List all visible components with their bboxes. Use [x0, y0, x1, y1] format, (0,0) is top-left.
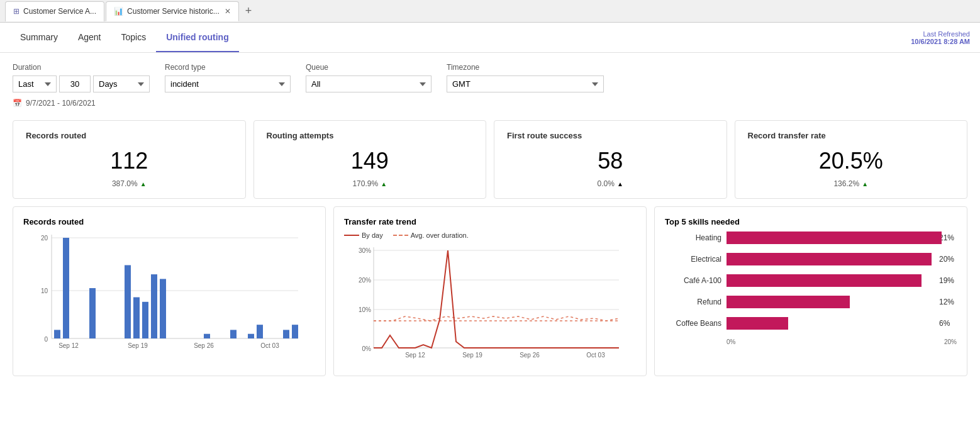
kpi-record-transfer-rate-title: Record transfer rate — [748, 131, 955, 140]
trend-chart-svg: 30% 20% 10% 0% Sep 12 — [344, 244, 636, 364]
skills-x-0: 0% — [727, 338, 735, 345]
kpi-records-routed-title: Records routed — [26, 131, 233, 140]
skill-bar-coffee-beans — [727, 317, 932, 330]
kpi-first-route-success: First route success 58 0.0% ▲ — [494, 120, 727, 199]
queue-select[interactable]: All — [306, 75, 432, 92]
svg-text:10: 10 — [41, 287, 48, 294]
kpi-routing-attempts: Routing attempts 149 170.9% ▲ — [253, 120, 487, 199]
kpi-routing-attempts-change: 170.9% — [352, 179, 378, 188]
tab-agent[interactable]: Agent — [68, 23, 111, 52]
kpi-records-routed-value: 112 — [26, 148, 233, 174]
svg-rect-11 — [89, 288, 96, 338]
calendar-icon: 📅 — [13, 99, 22, 108]
svg-rect-8 — [63, 238, 69, 338]
skills-chart-bars: Heating 21% Electrical 20% Café A-100 — [665, 232, 957, 345]
svg-text:Oct 03: Oct 03 — [586, 352, 605, 359]
svg-rect-30 — [257, 325, 263, 338]
legend-avg: Avg. over duration. — [393, 232, 469, 239]
chart-icon: 📊 — [114, 7, 123, 16]
skill-bar-heating — [727, 232, 932, 244]
tab-2-label: Customer Service historic... — [127, 7, 220, 16]
kpi-record-transfer-rate-value: 20.5% — [748, 148, 955, 174]
skill-pct-coffee-beans: 6% — [939, 319, 957, 328]
legend-dashed-label: Avg. over duration. — [411, 232, 469, 239]
skill-pct-electrical: 20% — [939, 255, 957, 264]
record-type-select[interactable]: incident — [165, 75, 291, 92]
legend-by-day: By day — [344, 232, 383, 239]
svg-text:Sep 12: Sep 12 — [58, 342, 79, 349]
skill-label-heating: Heating — [665, 233, 721, 242]
arrow-up-black-icon: ▲ — [617, 181, 623, 187]
skill-label-electrical: Electrical — [665, 255, 721, 264]
svg-text:Sep 19: Sep 19 — [128, 342, 148, 349]
app-container: Summary Agent Topics Unified routing Las… — [0, 23, 980, 424]
kpi-records-routed-footer: 387.0% ▲ — [26, 179, 233, 188]
svg-text:20%: 20% — [359, 277, 371, 284]
svg-rect-15 — [125, 265, 131, 339]
browser-tab-1[interactable]: ⊞ Customer Service A... — [5, 1, 104, 21]
skills-chart-title: Top 5 skills needed — [665, 217, 957, 226]
duration-value-input[interactable] — [59, 75, 91, 92]
transfer-rate-chart: Transfer rate trend By day Avg. over dur… — [333, 206, 647, 376]
bar-chart-area: 20 10 0 — [23, 232, 315, 357]
kpi-record-transfer-rate-footer: 136.2% ▲ — [748, 179, 955, 188]
tab-topics[interactable]: Topics — [111, 23, 157, 52]
last-refreshed-label: Last Refreshed — [911, 30, 970, 38]
kpi-record-transfer-rate-change: 136.2% — [833, 179, 859, 188]
skill-bar-cafe — [727, 274, 932, 287]
duration-label: Duration — [13, 63, 150, 72]
kpi-first-route-success-value: 58 — [507, 148, 714, 174]
skill-label-coffee-beans: Coffee Beans — [665, 319, 721, 328]
filter-row: Duration Last Days Record type incident — [13, 63, 967, 92]
date-range-value: 9/7/2021 - 10/6/2021 — [26, 99, 96, 108]
nav-tabs: Summary Agent Topics Unified routing Las… — [0, 23, 980, 53]
browser-tab-2[interactable]: 📊 Customer Service historic... ✕ — [106, 1, 239, 21]
svg-text:Sep 19: Sep 19 — [462, 352, 482, 359]
kpi-first-route-success-change: 0.0% — [598, 179, 615, 188]
kpi-records-routed-change: 387.0% — [112, 179, 138, 188]
record-type-filter: Record type incident — [165, 63, 291, 92]
svg-rect-18 — [151, 274, 157, 338]
svg-text:20: 20 — [41, 235, 48, 242]
dashed-line-icon — [393, 235, 408, 236]
queue-label: Queue — [306, 63, 432, 72]
svg-rect-33 — [283, 330, 289, 338]
bar-chart-svg: 20 10 0 — [23, 232, 315, 351]
skill-label-cafe: Café A-100 — [665, 276, 721, 285]
svg-rect-16 — [133, 298, 140, 339]
skill-row-electrical: Electrical 20% — [665, 253, 957, 265]
skill-pct-refund: 12% — [939, 298, 957, 306]
kpi-first-route-success-title: First route success — [507, 131, 714, 140]
tab-unified-routing[interactable]: Unified routing — [156, 23, 239, 52]
svg-text:30%: 30% — [359, 247, 371, 254]
duration-type-select[interactable]: Last — [13, 75, 57, 92]
records-routed-chart: Records routed 20 10 0 — [13, 206, 326, 376]
grid-icon: ⊞ — [13, 7, 19, 16]
tab-summary[interactable]: Summary — [10, 23, 68, 52]
skill-row-coffee-beans: Coffee Beans 6% — [665, 317, 957, 330]
record-type-label: Record type — [165, 63, 291, 72]
duration-filter: Duration Last Days — [13, 63, 150, 92]
kpi-routing-attempts-footer: 170.9% ▲ — [267, 179, 474, 188]
trend-legend: By day Avg. over duration. — [344, 232, 636, 239]
close-icon[interactable]: ✕ — [225, 7, 231, 16]
solid-line-icon — [344, 235, 359, 236]
timezone-select[interactable]: GMT — [447, 75, 604, 92]
svg-text:Oct 03: Oct 03 — [260, 342, 279, 349]
duration-unit-select[interactable]: Days — [93, 75, 150, 92]
skill-bar-refund — [727, 296, 932, 308]
svg-text:Sep 12: Sep 12 — [405, 352, 425, 359]
skill-bar-electrical — [727, 253, 932, 265]
new-tab-button[interactable]: + — [240, 4, 257, 18]
record-type-controls: incident — [165, 75, 291, 92]
timezone-filter: Timezone GMT — [447, 63, 604, 92]
svg-text:Sep 26: Sep 26 — [194, 342, 214, 349]
timezone-controls: GMT — [447, 75, 604, 92]
kpi-routing-attempts-value: 149 — [267, 148, 474, 174]
skills-x-axis: 0% 20% — [665, 338, 957, 345]
browser-tab-bar: ⊞ Customer Service A... 📊 Customer Servi… — [0, 0, 980, 23]
skill-row-heating: Heating 21% — [665, 232, 957, 244]
transfer-rate-chart-title: Transfer rate trend — [344, 217, 636, 226]
duration-controls: Last Days — [13, 75, 150, 92]
arrow-up-icon: ▲ — [140, 181, 147, 187]
